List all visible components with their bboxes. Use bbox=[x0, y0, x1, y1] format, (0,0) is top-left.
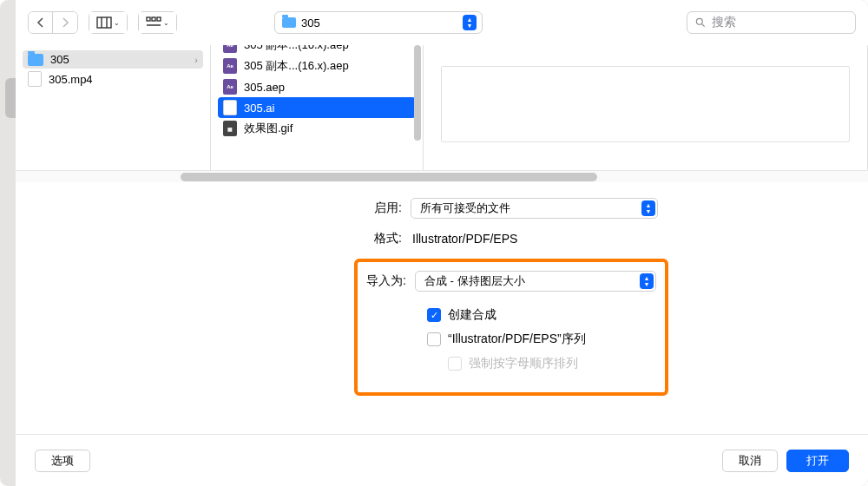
search-input[interactable]: 搜索 bbox=[687, 11, 856, 34]
options-button[interactable]: 选项 bbox=[35, 450, 90, 472]
path-label: 305 bbox=[301, 16, 320, 30]
open-button[interactable]: 打开 bbox=[786, 450, 849, 472]
video-file-icon bbox=[28, 71, 42, 87]
section-favorites: 个人收藏 bbox=[0, 10, 16, 78]
sidebar-item-icloud[interactable]: iCloud 云盘 bbox=[5, 344, 16, 382]
enable-select[interactable]: 所有可接受的文件 ▲▼ bbox=[411, 198, 658, 219]
gif-file-icon: ▦ bbox=[223, 121, 237, 136]
horizontal-scrollbar-track[interactable] bbox=[16, 170, 868, 182]
format-value: Illustrator/PDF/EPS bbox=[411, 232, 517, 246]
preview-thumbnail bbox=[441, 66, 850, 142]
updown-icon: ▲▼ bbox=[463, 15, 477, 30]
svg-rect-4 bbox=[147, 17, 150, 21]
enable-label: 启用: bbox=[16, 200, 411, 216]
search-icon bbox=[694, 16, 707, 29]
svg-rect-5 bbox=[152, 17, 155, 21]
checkbox-sequence[interactable]: “Illustrator/PDF/EPS”序列 bbox=[366, 332, 656, 347]
chevron-down-icon: ⌄ bbox=[114, 19, 120, 27]
sidebar: 个人收藏 桌面 文稿 下载 应用程序 影片 iCloud iCloud 云盘 标… bbox=[0, 0, 16, 486]
aep-file-icon: Ae bbox=[223, 79, 237, 95]
file-row[interactable]: 305.mp4 bbox=[23, 69, 203, 89]
cancel-button[interactable]: 取消 bbox=[722, 450, 778, 472]
ai-file-icon bbox=[223, 100, 237, 115]
updown-icon: ▲▼ bbox=[640, 273, 654, 289]
search-placeholder: 搜索 bbox=[712, 15, 736, 30]
file-row[interactable]: Ae305.aep bbox=[218, 76, 416, 97]
view-mode-segment: ⌄ bbox=[89, 11, 128, 34]
file-row[interactable]: ▦效果图.gif bbox=[218, 118, 416, 139]
file-row[interactable]: Ae305 副本...(16.x).aep bbox=[218, 45, 416, 56]
checkbox-disabled-icon bbox=[448, 357, 462, 371]
svg-rect-6 bbox=[157, 17, 161, 21]
file-open-dialog: 个人收藏 桌面 文稿 下载 应用程序 影片 iCloud iCloud 云盘 标… bbox=[0, 0, 868, 486]
column-preview bbox=[424, 45, 868, 170]
folder-icon bbox=[282, 17, 296, 28]
horizontal-scrollbar-thumb[interactable] bbox=[181, 173, 597, 181]
nav-buttons bbox=[28, 11, 78, 34]
import-options: 启用: 所有可接受的文件 ▲▼ 格式: Illustrator/PDF/EPS … bbox=[16, 182, 868, 434]
folder-row[interactable]: 305 › bbox=[23, 50, 203, 69]
checkbox-unchecked-icon bbox=[427, 332, 441, 346]
checkbox-alpha-order: 强制按字母顺序排列 bbox=[366, 356, 656, 371]
sidebar-item-movies[interactable]: 影片 bbox=[5, 269, 16, 309]
column-1: 305 › 305.mp4 bbox=[16, 45, 211, 170]
chevron-down-icon: ⌄ bbox=[163, 19, 169, 27]
column-2: Ae305 副本...(16.x).aep Ae305 副本...(16.x).… bbox=[211, 45, 424, 170]
updown-icon: ▲▼ bbox=[641, 200, 655, 216]
section-tags: 标签 bbox=[0, 396, 16, 434]
sidebar-tag-pending[interactable]: 待处理 bbox=[5, 434, 16, 486]
highlighted-import-section: 导入为: 合成 - 保持图层大小 ▲▼ ✓ 创建合成 “Illustrator/… bbox=[354, 259, 668, 396]
sidebar-item-desktop[interactable]: 桌面 bbox=[5, 78, 16, 118]
group-segment: ⌄ bbox=[138, 11, 177, 34]
svg-point-7 bbox=[696, 18, 702, 24]
vertical-scrollbar[interactable] bbox=[414, 45, 421, 141]
format-label: 格式: bbox=[16, 231, 411, 246]
import-as-label: 导入为: bbox=[366, 273, 415, 289]
file-row[interactable]: Ae305 副本...(16.x).aep bbox=[218, 56, 416, 76]
svg-rect-3 bbox=[97, 17, 111, 28]
import-as-select[interactable]: 合成 - 保持图层大小 ▲▼ bbox=[415, 271, 656, 292]
aep-file-icon: Ae bbox=[223, 45, 237, 53]
toolbar: ⌄ ⌄ 305 ▲▼ 搜索 bbox=[16, 0, 868, 45]
column-browser: 305 › 305.mp4 Ae305 副本...(16.x).aep Ae30… bbox=[16, 45, 868, 170]
format-row: 格式: Illustrator/PDF/EPS bbox=[16, 231, 868, 246]
sidebar-item-downloads[interactable]: 下载 bbox=[5, 158, 16, 198]
section-icloud: iCloud bbox=[0, 323, 16, 344]
footer: 选项 取消 打开 bbox=[16, 434, 868, 486]
forward-button[interactable] bbox=[53, 12, 77, 33]
file-row-selected[interactable]: 305.ai bbox=[218, 97, 416, 118]
checkbox-create-comp[interactable]: ✓ 创建合成 bbox=[366, 307, 656, 323]
main-panel: ⌄ ⌄ 305 ▲▼ 搜索 305 › bbox=[16, 0, 868, 486]
view-columns-button[interactable]: ⌄ bbox=[89, 12, 127, 33]
checkbox-checked-icon: ✓ bbox=[427, 308, 441, 322]
sidebar-item-documents[interactable]: 文稿 bbox=[5, 118, 16, 158]
back-button[interactable] bbox=[29, 12, 53, 33]
import-as-row: 导入为: 合成 - 保持图层大小 ▲▼ bbox=[366, 271, 656, 292]
aep-file-icon: Ae bbox=[223, 58, 237, 74]
sidebar-item-applications[interactable]: 应用程序 bbox=[5, 198, 16, 269]
path-selector[interactable]: 305 ▲▼ bbox=[274, 11, 483, 34]
enable-row: 启用: 所有可接受的文件 ▲▼ bbox=[16, 198, 868, 219]
group-button[interactable]: ⌄ bbox=[139, 12, 176, 33]
chevron-right-icon: › bbox=[194, 55, 198, 65]
folder-icon bbox=[28, 54, 43, 66]
